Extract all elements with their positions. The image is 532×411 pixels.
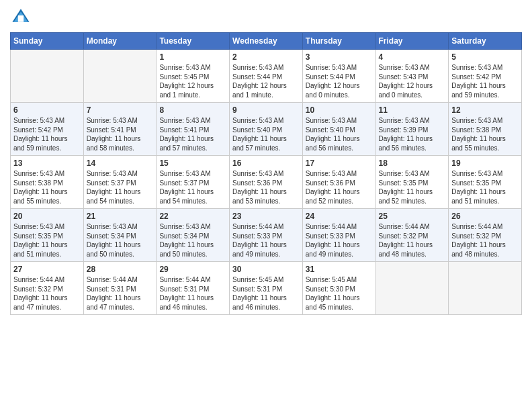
calendar-cell xyxy=(11,50,84,103)
day-info: Sunrise: 5:44 AM Sunset: 5:31 PM Dayligh… xyxy=(159,275,226,312)
calendar-week-1: 1Sunrise: 5:43 AM Sunset: 5:45 PM Daylig… xyxy=(11,50,522,103)
calendar-cell: 24Sunrise: 5:44 AM Sunset: 5:33 PM Dayli… xyxy=(302,209,375,262)
day-info: Sunrise: 5:43 AM Sunset: 5:43 PM Dayligh… xyxy=(379,63,446,99)
day-number: 29 xyxy=(159,265,226,274)
calendar-cell xyxy=(449,262,522,315)
day-number: 18 xyxy=(379,158,446,168)
day-number: 31 xyxy=(306,265,373,274)
calendar-week-3: 13Sunrise: 5:43 AM Sunset: 5:38 PM Dayli… xyxy=(11,156,522,209)
calendar-cell: 3Sunrise: 5:43 AM Sunset: 5:44 PM Daylig… xyxy=(302,50,375,103)
day-number: 11 xyxy=(379,105,446,115)
day-info: Sunrise: 5:43 AM Sunset: 5:39 PM Dayligh… xyxy=(379,116,446,152)
day-info: Sunrise: 5:43 AM Sunset: 5:36 PM Dayligh… xyxy=(232,169,300,205)
calendar-cell: 23Sunrise: 5:44 AM Sunset: 5:33 PM Dayli… xyxy=(230,209,303,262)
day-number: 9 xyxy=(232,105,300,115)
weekday-header-wednesday: Wednesday xyxy=(230,33,303,50)
page-container: SundayMondayTuesdayWednesdayThursdayFrid… xyxy=(0,0,532,322)
day-number: 22 xyxy=(159,212,226,221)
day-info: Sunrise: 5:43 AM Sunset: 5:38 PM Dayligh… xyxy=(451,116,519,152)
day-number: 6 xyxy=(13,105,81,115)
calendar-cell: 8Sunrise: 5:43 AM Sunset: 5:41 PM Daylig… xyxy=(157,103,230,156)
day-info: Sunrise: 5:44 AM Sunset: 5:32 PM Dayligh… xyxy=(13,275,81,312)
day-number: 27 xyxy=(13,265,81,274)
day-info: Sunrise: 5:44 AM Sunset: 5:32 PM Dayligh… xyxy=(379,222,446,259)
calendar-cell: 17Sunrise: 5:43 AM Sunset: 5:36 PM Dayli… xyxy=(302,156,375,209)
weekday-header-friday: Friday xyxy=(375,33,449,50)
calendar-cell: 30Sunrise: 5:45 AM Sunset: 5:31 PM Dayli… xyxy=(230,262,303,315)
calendar-cell: 29Sunrise: 5:44 AM Sunset: 5:31 PM Dayli… xyxy=(157,262,230,315)
calendar-cell: 31Sunrise: 5:45 AM Sunset: 5:30 PM Dayli… xyxy=(302,262,375,315)
day-info: Sunrise: 5:43 AM Sunset: 5:34 PM Dayligh… xyxy=(159,222,226,259)
logo xyxy=(10,7,32,28)
calendar-cell: 21Sunrise: 5:43 AM Sunset: 5:34 PM Dayli… xyxy=(83,209,157,262)
day-info: Sunrise: 5:43 AM Sunset: 5:44 PM Dayligh… xyxy=(306,63,373,99)
day-number: 14 xyxy=(87,158,154,168)
day-info: Sunrise: 5:44 AM Sunset: 5:33 PM Dayligh… xyxy=(232,222,300,259)
day-info: Sunrise: 5:43 AM Sunset: 5:41 PM Dayligh… xyxy=(87,116,154,152)
calendar-cell: 11Sunrise: 5:43 AM Sunset: 5:39 PM Dayli… xyxy=(375,103,449,156)
calendar-cell: 10Sunrise: 5:43 AM Sunset: 5:40 PM Dayli… xyxy=(302,103,375,156)
day-number: 24 xyxy=(306,212,373,221)
day-number: 21 xyxy=(87,212,154,221)
calendar-cell: 27Sunrise: 5:44 AM Sunset: 5:32 PM Dayli… xyxy=(11,262,84,315)
weekday-header-monday: Monday xyxy=(83,33,157,50)
day-info: Sunrise: 5:43 AM Sunset: 5:42 PM Dayligh… xyxy=(13,116,81,152)
weekday-header-sunday: Sunday xyxy=(11,33,84,50)
day-info: Sunrise: 5:43 AM Sunset: 5:41 PM Dayligh… xyxy=(159,116,226,152)
day-number: 3 xyxy=(306,52,373,62)
day-info: Sunrise: 5:43 AM Sunset: 5:38 PM Dayligh… xyxy=(13,169,81,205)
page-header xyxy=(10,7,522,28)
weekday-header-row: SundayMondayTuesdayWednesdayThursdayFrid… xyxy=(11,33,522,50)
day-number: 19 xyxy=(451,158,519,168)
calendar-cell: 5Sunrise: 5:43 AM Sunset: 5:42 PM Daylig… xyxy=(449,50,522,103)
day-number: 2 xyxy=(232,52,300,62)
day-info: Sunrise: 5:43 AM Sunset: 5:45 PM Dayligh… xyxy=(159,63,226,99)
calendar-cell: 25Sunrise: 5:44 AM Sunset: 5:32 PM Dayli… xyxy=(375,209,449,262)
day-info: Sunrise: 5:43 AM Sunset: 5:44 PM Dayligh… xyxy=(232,63,300,99)
day-info: Sunrise: 5:43 AM Sunset: 5:35 PM Dayligh… xyxy=(13,222,81,259)
weekday-header-tuesday: Tuesday xyxy=(157,33,230,50)
calendar-table: SundayMondayTuesdayWednesdayThursdayFrid… xyxy=(10,32,522,315)
calendar-cell xyxy=(375,262,449,315)
day-number: 12 xyxy=(451,105,519,115)
calendar-cell: 1Sunrise: 5:43 AM Sunset: 5:45 PM Daylig… xyxy=(157,50,230,103)
day-info: Sunrise: 5:44 AM Sunset: 5:31 PM Dayligh… xyxy=(87,275,154,312)
calendar-cell: 4Sunrise: 5:43 AM Sunset: 5:43 PM Daylig… xyxy=(375,50,449,103)
day-number: 23 xyxy=(232,212,300,221)
day-number: 25 xyxy=(379,212,446,221)
day-number: 5 xyxy=(451,52,519,62)
day-number: 10 xyxy=(306,105,373,115)
calendar-week-5: 27Sunrise: 5:44 AM Sunset: 5:32 PM Dayli… xyxy=(11,262,522,315)
calendar-cell xyxy=(83,50,157,103)
day-number: 30 xyxy=(232,265,300,274)
day-number: 8 xyxy=(159,105,226,115)
calendar-cell: 20Sunrise: 5:43 AM Sunset: 5:35 PM Dayli… xyxy=(11,209,84,262)
day-number: 4 xyxy=(379,52,446,62)
day-number: 26 xyxy=(451,212,519,221)
calendar-week-4: 20Sunrise: 5:43 AM Sunset: 5:35 PM Dayli… xyxy=(11,209,522,262)
day-info: Sunrise: 5:44 AM Sunset: 5:33 PM Dayligh… xyxy=(306,222,373,259)
day-number: 17 xyxy=(306,158,373,168)
day-info: Sunrise: 5:43 AM Sunset: 5:35 PM Dayligh… xyxy=(379,169,446,205)
calendar-cell: 13Sunrise: 5:43 AM Sunset: 5:38 PM Dayli… xyxy=(11,156,84,209)
day-info: Sunrise: 5:43 AM Sunset: 5:34 PM Dayligh… xyxy=(87,222,154,259)
day-number: 13 xyxy=(13,158,81,168)
day-info: Sunrise: 5:43 AM Sunset: 5:37 PM Dayligh… xyxy=(87,169,154,205)
calendar-cell: 19Sunrise: 5:43 AM Sunset: 5:35 PM Dayli… xyxy=(449,156,522,209)
calendar-cell: 18Sunrise: 5:43 AM Sunset: 5:35 PM Dayli… xyxy=(375,156,449,209)
calendar-cell: 16Sunrise: 5:43 AM Sunset: 5:36 PM Dayli… xyxy=(230,156,303,209)
day-info: Sunrise: 5:43 AM Sunset: 5:35 PM Dayligh… xyxy=(451,169,519,205)
day-info: Sunrise: 5:45 AM Sunset: 5:30 PM Dayligh… xyxy=(306,275,373,312)
calendar-cell: 15Sunrise: 5:43 AM Sunset: 5:37 PM Dayli… xyxy=(157,156,230,209)
calendar-cell: 2Sunrise: 5:43 AM Sunset: 5:44 PM Daylig… xyxy=(230,50,303,103)
day-info: Sunrise: 5:43 AM Sunset: 5:40 PM Dayligh… xyxy=(306,116,373,152)
day-info: Sunrise: 5:45 AM Sunset: 5:31 PM Dayligh… xyxy=(232,275,300,312)
calendar-cell: 9Sunrise: 5:43 AM Sunset: 5:40 PM Daylig… xyxy=(230,103,303,156)
calendar-cell: 6Sunrise: 5:43 AM Sunset: 5:42 PM Daylig… xyxy=(11,103,84,156)
day-info: Sunrise: 5:44 AM Sunset: 5:32 PM Dayligh… xyxy=(451,222,519,259)
day-number: 1 xyxy=(159,52,226,62)
calendar-week-2: 6Sunrise: 5:43 AM Sunset: 5:42 PM Daylig… xyxy=(11,103,522,156)
day-number: 28 xyxy=(87,265,154,274)
calendar-cell: 14Sunrise: 5:43 AM Sunset: 5:37 PM Dayli… xyxy=(83,156,157,209)
day-number: 20 xyxy=(13,212,81,221)
